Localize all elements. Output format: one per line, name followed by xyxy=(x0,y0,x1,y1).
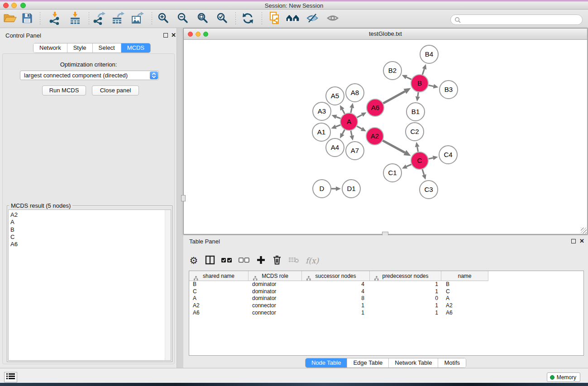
node-A4[interactable]: A4 xyxy=(326,138,344,157)
edge-B-B2[interactable] xyxy=(406,77,411,79)
zoom-fit-button[interactable] xyxy=(195,11,210,27)
node-A1[interactable]: A1 xyxy=(312,123,330,141)
zoom-selected-button[interactable] xyxy=(215,11,230,27)
table-row[interactable]: A2connector11A2 xyxy=(189,302,583,310)
tab-network-table[interactable]: Network Table xyxy=(389,358,438,367)
open-session-button[interactable] xyxy=(2,11,18,27)
node-D1[interactable]: D1 xyxy=(342,180,360,198)
node-B3[interactable]: B3 xyxy=(440,81,458,99)
window-resize-grip-left[interactable] xyxy=(181,195,186,201)
run-mcds-button[interactable]: Run MCDS xyxy=(42,86,86,95)
refresh-button[interactable] xyxy=(240,11,255,27)
mcds-result-item[interactable]: A6 xyxy=(9,241,171,248)
tab-node-table[interactable]: Node Table xyxy=(306,358,348,367)
node-C[interactable]: C xyxy=(411,152,428,169)
table-row[interactable]: Cdominator41C xyxy=(189,288,583,295)
node-D[interactable]: D xyxy=(313,180,331,198)
edge-A6-B[interactable] xyxy=(383,91,405,103)
edge-A-A3[interactable] xyxy=(336,117,341,119)
table-settings-button[interactable]: ⚙ xyxy=(189,255,199,267)
edge-A-A6[interactable] xyxy=(357,115,362,118)
edge-A-A1[interactable] xyxy=(336,125,340,127)
criterion-dropdown[interactable]: largest connected component (directed) xyxy=(20,71,159,80)
toggle-column-panel-button[interactable] xyxy=(205,255,215,267)
node-B1[interactable]: B1 xyxy=(406,103,425,121)
table-row[interactable]: A6connector11A6 xyxy=(189,310,583,317)
float-panel-icon[interactable] xyxy=(571,239,576,243)
node-A5[interactable]: A5 xyxy=(326,87,344,105)
close-panel-icon[interactable]: ✕ xyxy=(579,238,584,244)
mcds-result-item[interactable]: C xyxy=(9,234,171,241)
network-canvas[interactable]: B4B2BB3A8A5A6A3B1AC2A1A2A4A7C4CC1C3DD1 xyxy=(184,40,587,234)
edge-B-B3[interactable] xyxy=(429,85,434,86)
edge-C-C4[interactable] xyxy=(429,158,433,159)
network-window-titlebar[interactable]: testGlobe.txt xyxy=(184,29,587,40)
search-input[interactable] xyxy=(463,15,578,24)
show-hide-button[interactable] xyxy=(325,11,340,27)
node-A7[interactable]: A7 xyxy=(346,142,364,160)
window-resize-grip-corner[interactable] xyxy=(581,228,587,234)
edge-C-C3[interactable] xyxy=(422,169,424,175)
edge-A2-C[interactable] xyxy=(383,141,405,153)
mcds-result-item[interactable]: B xyxy=(9,226,171,234)
edge-A-A7[interactable] xyxy=(351,131,352,136)
close-panel-icon[interactable]: ✕ xyxy=(171,33,176,38)
function-builder-button[interactable]: f(x) xyxy=(306,255,319,267)
node-C3[interactable]: C3 xyxy=(420,181,438,199)
node-A8[interactable]: A8 xyxy=(346,84,364,102)
tab-style[interactable]: Style xyxy=(67,43,93,52)
select-all-columns-button[interactable] xyxy=(221,255,232,267)
home-button[interactable] xyxy=(285,11,301,27)
column-header-predecessor-nodes[interactable]: predecessor nodes xyxy=(370,271,441,281)
deselect-all-columns-button[interactable] xyxy=(239,255,249,267)
column-header-MCDS-role[interactable]: MCDS role xyxy=(249,271,302,281)
export-image-button[interactable] xyxy=(130,11,145,27)
tab-motifs[interactable]: Motifs xyxy=(438,358,466,367)
node-C2[interactable]: C2 xyxy=(406,123,424,141)
edge-A-A8[interactable] xyxy=(351,108,352,113)
column-header-name[interactable]: name xyxy=(441,271,488,281)
edge-A-A5[interactable] xyxy=(342,110,344,114)
table-row[interactable]: Adominator80A xyxy=(189,295,583,302)
delete-columns-button[interactable] xyxy=(272,255,282,267)
export-network-button[interactable] xyxy=(91,11,107,27)
mcds-list-scrollbar[interactable] xyxy=(165,210,171,360)
close-panel-button[interactable]: Close panel xyxy=(92,86,139,95)
mcds-result-item[interactable]: A2 xyxy=(9,211,171,219)
mcds-result-item[interactable]: A xyxy=(9,219,171,226)
export-table-button[interactable] xyxy=(110,11,126,27)
node-A3[interactable]: A3 xyxy=(313,102,331,120)
edge-A-A2[interactable] xyxy=(357,126,362,129)
column-header-shared-name[interactable]: shared name xyxy=(189,271,249,281)
node-C4[interactable]: C4 xyxy=(439,146,457,164)
node-A6[interactable]: A6 xyxy=(367,99,384,116)
memory-button[interactable]: Memory xyxy=(547,372,580,382)
float-panel-icon[interactable] xyxy=(163,33,168,38)
tab-edge-table[interactable]: Edge Table xyxy=(347,358,389,367)
hide-graphics-details-button[interactable] xyxy=(305,11,320,27)
edge-B-B1[interactable] xyxy=(418,92,418,97)
edge-C-C2[interactable] xyxy=(417,147,418,152)
node-A2[interactable]: A2 xyxy=(366,128,383,145)
delete-table-button[interactable] xyxy=(288,255,299,267)
table-row[interactable]: Bdominator41B xyxy=(189,281,583,288)
node-A[interactable]: A xyxy=(340,113,358,130)
tab-mcds[interactable]: MCDS xyxy=(121,43,150,52)
edge-C-C1[interactable] xyxy=(406,164,411,167)
task-history-button[interactable] xyxy=(4,372,17,382)
column-header-successor-nodes[interactable]: successor nodes xyxy=(302,271,370,281)
node-C1[interactable]: C1 xyxy=(383,164,402,182)
create-column-button[interactable] xyxy=(256,255,266,267)
node-B[interactable]: B xyxy=(411,75,428,92)
edge-A-A4[interactable] xyxy=(342,130,344,134)
import-network-button[interactable] xyxy=(47,11,62,27)
edge-B-B4[interactable] xyxy=(422,69,424,75)
import-table-button[interactable] xyxy=(67,11,83,27)
new-network-from-file-button[interactable] xyxy=(267,11,282,27)
tab-select[interactable]: Select xyxy=(93,43,121,52)
save-session-button[interactable] xyxy=(19,11,35,27)
node-B2[interactable]: B2 xyxy=(383,62,402,80)
tab-network[interactable]: Network xyxy=(33,43,67,52)
zoom-in-button[interactable] xyxy=(156,11,171,27)
node-B4[interactable]: B4 xyxy=(420,45,438,63)
